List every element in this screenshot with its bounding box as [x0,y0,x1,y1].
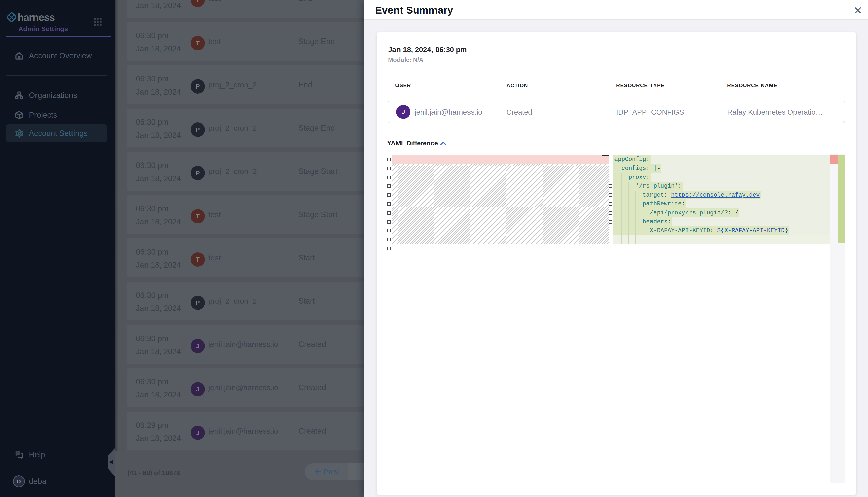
svg-text:?: ? [16,451,18,455]
